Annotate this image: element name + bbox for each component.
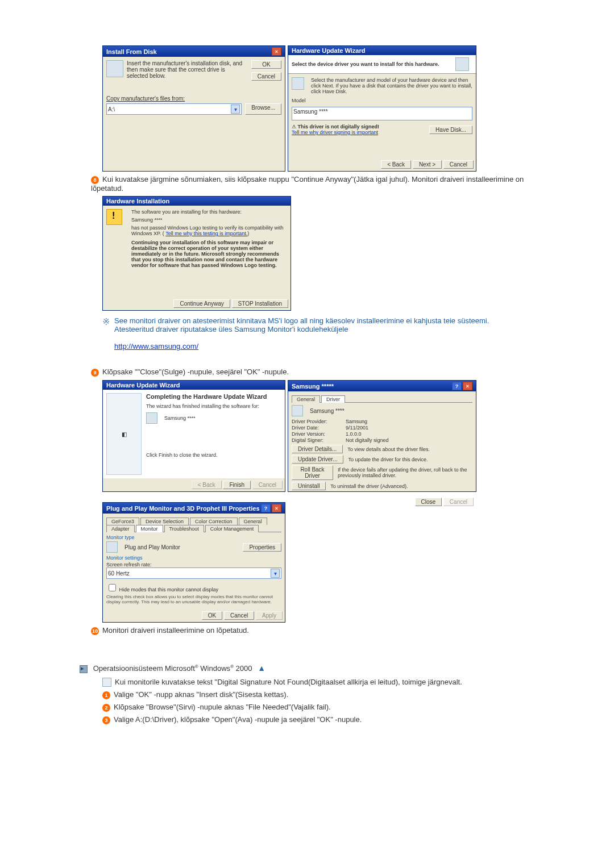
chevron-down-icon: ▾	[271, 569, 280, 578]
device-name: Samsung ****	[310, 408, 345, 414]
hide-modes-desc: Clearing this check box allows you to se…	[106, 594, 281, 604]
cancel-button[interactable]: Cancel	[251, 72, 281, 81]
close-button[interactable]: Close	[415, 498, 442, 506]
note-line1: See monitori draiver on atesteerimist ki…	[114, 316, 489, 325]
close-icon[interactable]: ×	[463, 382, 472, 390]
wizard-complete-heading: Completing the Hardware Update Wizard	[146, 393, 281, 400]
step-number: 1	[102, 691, 110, 699]
step-number: 3	[102, 716, 110, 724]
titlebar: Hardware Update Wizard	[288, 46, 476, 55]
up-triangle-icon[interactable]: ▲	[258, 663, 265, 673]
tell-why-link[interactable]: Tell me why driver signing is important	[292, 130, 378, 135]
hide-modes-checkbox[interactable]	[109, 584, 116, 591]
cancel-button: Cancel	[252, 481, 283, 489]
step-number: 9	[91, 369, 99, 377]
model-list[interactable]: Samsung ****	[292, 107, 472, 120]
ok-button[interactable]: OK	[202, 611, 222, 620]
stop-installation-button[interactable]: STOP Installation	[232, 299, 288, 308]
not-signed-text: This driver is not digitally signed!	[298, 124, 380, 130]
tab-geforce3[interactable]: GeForce3	[106, 518, 139, 525]
copy-from-label: Copy manufacturer's files from:	[106, 95, 281, 102]
section-bullet-icon	[80, 665, 88, 673]
apply-button: Apply	[256, 611, 283, 620]
model-label: Model	[292, 98, 472, 103]
wizard-complete-sub: The wizard has finished installing the s…	[146, 403, 281, 409]
titlebar: Hardware Installation	[103, 197, 291, 206]
have-disk-button[interactable]: Have Disk...	[429, 126, 472, 134]
hardware-update-wizard-dialog: Hardware Update Wizard Select the device…	[288, 45, 476, 172]
hw-install-line1: The software you are installing for this…	[131, 209, 287, 215]
wizard-graphic: ◧	[106, 393, 142, 475]
tab-driver[interactable]: Driver	[321, 395, 345, 403]
help-icon[interactable]: ?	[452, 382, 462, 390]
tab-color-management[interactable]: Color Management	[205, 525, 259, 532]
driver-details-button[interactable]: Driver Details...	[292, 445, 343, 453]
continue-anyway-button[interactable]: Continue Anyway	[173, 299, 230, 308]
hw-install-warning: Continuing your installation of this sof…	[131, 240, 287, 268]
cancel-button[interactable]: Cancel	[443, 160, 474, 169]
hw-install-device: Samsung ****	[131, 217, 287, 223]
dialog-title: Install From Disk	[106, 48, 157, 55]
disk-icon	[106, 60, 123, 77]
dialog-title: Plug and Play Monitor and 3D Prophet III…	[106, 505, 260, 512]
ok-button[interactable]: OK	[251, 60, 281, 69]
hardware-installation-dialog: Hardware Installation The software you a…	[102, 196, 291, 311]
monitor-icon	[106, 541, 118, 553]
back-button[interactable]: < Back	[381, 160, 411, 169]
monitor-icon	[146, 412, 157, 424]
cancel-button[interactable]: Cancel	[224, 611, 254, 620]
win2000-intro: Kui monitorile kuvatakse tekst "Digital …	[115, 678, 462, 687]
tab-general[interactable]: General	[239, 518, 267, 525]
install-from-disk-dialog: Install From Disk × Insert the manufactu…	[102, 45, 285, 172]
finish-button[interactable]: Finish	[223, 481, 251, 489]
note-mark-icon: ※	[102, 316, 110, 350]
cancel-button: Cancel	[443, 498, 474, 506]
refresh-rate-label: Screen refresh rate:	[106, 562, 281, 567]
install-msg: Insert the manufacturer's installation d…	[127, 60, 248, 79]
samsung-link[interactable]: http://www.samsung.com/	[114, 342, 198, 350]
titlebar: Plug and Play Monitor and 3D Prophet III…	[103, 503, 285, 514]
testing-important-link[interactable]: Tell me why this testing is important.	[165, 231, 247, 236]
tab-troubleshoot[interactable]: Troubleshoot	[164, 525, 204, 532]
tab-general[interactable]: General	[292, 395, 320, 403]
warning-icon	[106, 209, 122, 225]
close-icon[interactable]: ×	[272, 47, 281, 56]
dialog-title: Hardware Update Wizard	[106, 382, 180, 389]
tab-device-selection[interactable]: Device Selection	[140, 518, 189, 525]
step-number: 2	[102, 704, 110, 712]
titlebar: Hardware Update Wizard	[103, 381, 285, 390]
dialog-title: Hardware Update Wizard	[292, 47, 366, 54]
tab-adapter[interactable]: Adapter	[106, 525, 135, 532]
chevron-down-icon: ▾	[231, 105, 240, 114]
win2000-s3: Valige A:(D:\Driver), klõpsake "Open"(Av…	[114, 715, 362, 724]
path-dropdown[interactable]: A:\ ▾	[106, 103, 242, 115]
next-button[interactable]: Next >	[413, 160, 442, 169]
properties-button[interactable]: Properties	[243, 543, 281, 552]
update-driver-button[interactable]: Update Driver...	[292, 455, 343, 464]
hide-modes-label: Hide modes that this monitor cannot disp…	[119, 587, 219, 592]
tab-monitor[interactable]: Monitor	[136, 525, 163, 532]
titlebar: Samsung ***** ? ×	[288, 381, 476, 391]
tab-color-correction[interactable]: Color Correction	[190, 518, 238, 525]
os-heading: Operatsioonisüsteem Microsoft® Windows® …	[93, 664, 255, 673]
wizard-body: Select the manufacturer and model of you…	[311, 77, 472, 94]
step-number: 10	[91, 627, 99, 635]
monitor-icon	[292, 405, 303, 416]
dialog-title: Hardware Installation	[106, 198, 169, 205]
info-icon	[292, 77, 304, 90]
browse-button[interactable]: Browse...	[245, 103, 281, 115]
step8-text: Kui kuvatakse järgmine sõnumiaken, siis …	[91, 175, 524, 193]
note-line2: Atesteeritud draiver riputatakse üles Sa…	[114, 325, 489, 333]
monitor-type-label: Monitor type	[106, 535, 281, 540]
help-icon[interactable]: ?	[261, 504, 271, 512]
refresh-rate-dropdown[interactable]: 60 Hertz ▾	[106, 567, 281, 579]
uninstall-button[interactable]: Uninstall	[292, 482, 326, 490]
monitor-properties-dialog: Plug and Play Monitor and 3D Prophet III…	[102, 502, 285, 623]
win2000-s2: Klõpsake "Browse"(Sirvi) -nupule aknas "…	[114, 703, 331, 711]
close-icon[interactable]: ×	[272, 504, 281, 512]
step-number: 8	[91, 176, 99, 184]
driver-properties-dialog: Samsung ***** ? × General Driver Samsung…	[288, 380, 476, 492]
rollback-driver-button[interactable]: Roll Back Driver	[292, 465, 333, 480]
hardware-update-wizard-complete-dialog: Hardware Update Wizard ◧ Completing the …	[102, 380, 285, 492]
step10-text: Monitori draiveri installeerimine on lõp…	[102, 626, 249, 635]
